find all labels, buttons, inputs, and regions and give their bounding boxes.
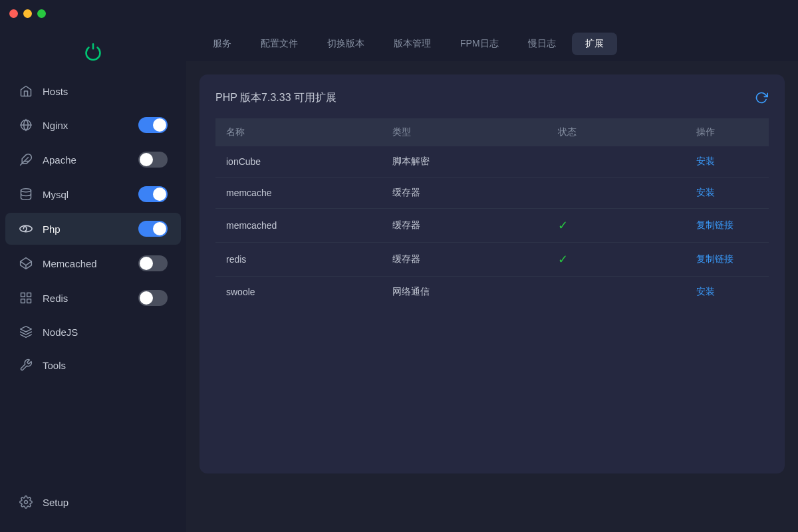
cell-status — [547, 277, 686, 308]
sidebar-item-setup[interactable]: Setup — [5, 487, 181, 517]
power-icon — [84, 43, 102, 61]
cell-action[interactable]: 安装 — [686, 146, 769, 178]
cell-name: memcached — [215, 209, 382, 243]
php-icon — [19, 221, 33, 236]
tab-extensions[interactable]: 扩展 — [572, 33, 617, 55]
minimize-button[interactable] — [23, 9, 32, 18]
globe-icon — [19, 118, 33, 132]
maximize-button[interactable] — [37, 9, 46, 18]
panel-title: PHP 版本7.3.33 可用扩展 — [215, 91, 336, 105]
cell-action[interactable]: 复制链接 — [686, 209, 769, 243]
sidebar-spacer — [0, 382, 186, 485]
col-header-action: 操作 — [686, 118, 769, 146]
sidebar-item-mysql[interactable]: Mysql — [5, 178, 181, 210]
panel-box: PHP 版本7.3.33 可用扩展 名称 类型 状态 — [200, 74, 785, 473]
cell-name: ionCube — [215, 146, 382, 178]
toggle-knob — [140, 291, 153, 305]
cell-type: 脚本解密 — [382, 146, 548, 178]
sidebar-label-memcached: Memcached — [43, 258, 129, 269]
cell-type: 缓存器 — [382, 243, 548, 277]
cell-action[interactable]: 复制链接 — [686, 243, 769, 277]
refresh-button[interactable] — [754, 90, 769, 105]
svg-rect-8 — [27, 293, 31, 297]
tab-fpmlog[interactable]: FPM日志 — [447, 33, 512, 55]
col-header-status: 状态 — [547, 118, 686, 146]
svg-point-3 — [21, 189, 31, 192]
table-header-row: 名称 类型 状态 操作 — [215, 118, 769, 146]
database-icon — [19, 187, 33, 201]
action-install-button[interactable]: 安装 — [696, 187, 715, 198]
toggle-knob — [153, 222, 166, 235]
sidebar-label-nginx: Nginx — [43, 120, 129, 131]
layers-icon — [19, 256, 33, 271]
cell-name: swoole — [215, 277, 382, 308]
svg-rect-10 — [27, 299, 31, 303]
tab-versionmgr[interactable]: 版本管理 — [380, 33, 444, 55]
check-icon: ✓ — [558, 219, 568, 232]
col-header-type: 类型 — [382, 118, 548, 146]
sidebar-item-tools[interactable]: Tools — [5, 350, 181, 380]
svg-rect-9 — [21, 299, 25, 303]
cell-action[interactable]: 安装 — [686, 178, 769, 209]
svg-point-11 — [25, 501, 28, 504]
toggle-knob — [153, 188, 166, 201]
cell-type: 缓存器 — [382, 209, 548, 243]
tab-service[interactable]: 服务 — [200, 33, 245, 55]
memcached-toggle[interactable] — [138, 255, 168, 271]
power-button[interactable] — [0, 33, 186, 74]
mysql-toggle[interactable] — [138, 186, 168, 202]
toggle-knob — [140, 153, 153, 166]
sidebar: Hosts Nginx Ap — [0, 27, 186, 532]
gear-icon — [19, 495, 33, 509]
sidebar-label-mysql: Mysql — [43, 189, 129, 200]
action-copy-button[interactable]: 复制链接 — [696, 253, 733, 264]
action-install-button[interactable]: 安装 — [696, 156, 715, 166]
sidebar-label-setup: Setup — [43, 497, 168, 508]
php-toggle[interactable] — [138, 221, 168, 237]
stack-icon — [19, 291, 33, 305]
check-icon: ✓ — [558, 253, 568, 266]
table-row: ionCube脚本解密安装 — [215, 146, 769, 178]
sidebar-item-apache[interactable]: Apache — [5, 144, 181, 176]
sidebar-label-php: Php — [43, 223, 129, 235]
tools-icon — [19, 358, 33, 372]
sidebar-label-nodejs: NodeJS — [43, 327, 168, 338]
cell-status — [547, 146, 686, 178]
table-row: redis缓存器✓复制链接 — [215, 243, 769, 277]
content-area: 服务 配置文件 切换版本 版本管理 FPM日志 慢日志 扩展 PHP 版本7.3… — [186, 27, 798, 532]
sidebar-label-apache: Apache — [43, 154, 129, 166]
traffic-lights — [9, 9, 46, 18]
main-panel: PHP 版本7.3.33 可用扩展 名称 类型 状态 — [186, 61, 798, 532]
sidebar-item-php[interactable]: Php — [5, 213, 181, 245]
svg-rect-7 — [21, 293, 25, 297]
close-button[interactable] — [9, 9, 18, 18]
sidebar-item-redis[interactable]: Redis — [5, 282, 181, 314]
cell-status: ✓ — [547, 243, 686, 277]
table-row: swoole网络通信安装 — [215, 277, 769, 308]
sidebar-bottom: Setup — [0, 485, 186, 532]
action-copy-button[interactable]: 复制链接 — [696, 219, 733, 230]
cell-action[interactable]: 安装 — [686, 277, 769, 308]
sidebar-item-nginx[interactable]: Nginx — [5, 109, 181, 141]
cell-type: 网络通信 — [382, 277, 548, 308]
feather-icon — [19, 152, 33, 167]
action-install-button[interactable]: 安装 — [696, 286, 715, 297]
sidebar-label-redis: Redis — [43, 293, 129, 304]
node-icon — [19, 325, 33, 339]
table-row: memcache缓存器安装 — [215, 178, 769, 209]
tab-slowlog[interactable]: 慢日志 — [515, 33, 569, 55]
cell-type: 缓存器 — [382, 178, 548, 209]
titlebar — [0, 0, 798, 27]
sidebar-item-memcached[interactable]: Memcached — [5, 247, 181, 279]
sidebar-item-hosts[interactable]: Hosts — [5, 76, 181, 106]
home-icon — [19, 84, 33, 98]
tab-version[interactable]: 切换版本 — [314, 33, 378, 55]
sidebar-item-nodejs[interactable]: NodeJS — [5, 317, 181, 347]
toggle-knob — [153, 118, 166, 132]
redis-toggle[interactable] — [138, 290, 168, 306]
toggle-knob — [140, 257, 153, 270]
apache-toggle[interactable] — [138, 152, 168, 168]
nginx-toggle[interactable] — [138, 117, 168, 133]
tab-config[interactable]: 配置文件 — [247, 33, 311, 55]
sidebar-label-tools: Tools — [43, 360, 168, 371]
